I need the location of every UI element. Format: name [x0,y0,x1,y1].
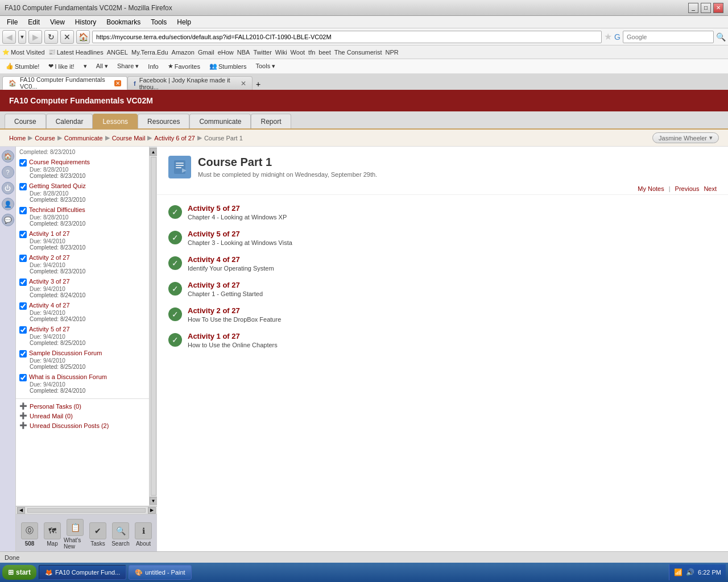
tab-resources[interactable]: Resources [138,114,189,128]
menu-view[interactable]: View [46,17,69,27]
tab-lms[interactable]: 🏠 FA10 Computer Fundamentals VC0... ✕ [2,76,127,90]
toolbar-508[interactable]: ⓪ 508 [18,522,41,547]
bookmark-woot[interactable]: Woot [291,49,305,56]
breadcrumb-course[interactable]: Course [35,135,55,142]
bookmark-ehow[interactable]: eHow [218,49,234,56]
stop-button[interactable]: ✕ [60,30,74,44]
sidebar-link-activity5[interactable]: Activity 5 of 27 [29,326,70,332]
breadcrumb-activity[interactable]: Activity 6 of 27 [154,135,195,142]
previous-link[interactable]: Previous [675,185,700,192]
sidebar-link-discussion[interactable]: Sample Discussion Forum [29,350,102,356]
tab-course[interactable]: Course [5,114,46,128]
taskbar-paint[interactable]: 🎨 untitled - Paint [129,565,191,580]
toolbar-about[interactable]: ℹ About [132,522,155,547]
toolbar-map[interactable]: 🗺 Map [41,522,64,547]
menu-help[interactable]: Help [172,17,196,27]
sidebar-link-activity2[interactable]: Activity 2 of 27 [29,254,70,261]
home-button[interactable]: 🏠 [76,30,90,44]
tab-report[interactable]: Report [251,114,291,128]
item-checkbox[interactable] [19,231,27,238]
personal-tasks-link[interactable]: ➕ Personal Tasks (0) [19,402,146,410]
item-checkbox[interactable] [19,159,27,167]
back-dropdown[interactable]: ▼ [18,30,26,44]
thumbs-dropdown[interactable]: ▾ [80,61,90,71]
tab-communicate[interactable]: Communicate [189,114,251,128]
question-icon[interactable]: ? [2,166,14,178]
new-tab-button[interactable]: + [253,78,264,90]
scroll-up-button[interactable]: ▲ [150,148,158,156]
refresh-button[interactable]: ↻ [44,30,58,44]
tab-lessons[interactable]: Lessons [93,114,138,128]
bookmark-consumerist[interactable]: The Consumerist [334,49,382,56]
sidebar-link-quiz[interactable]: Getting Started Quiz [29,182,86,189]
ilike-button[interactable]: ❤ I like it! [45,61,77,71]
start-button[interactable]: ⊞ start [2,565,36,580]
tab-facebook[interactable]: f Facebook | Jody Knapke made it throu..… [127,76,253,90]
item-checkbox[interactable] [19,255,27,262]
sidebar-link-activity3[interactable]: Activity 3 of 27 [29,278,70,285]
next-link[interactable]: Next [704,185,717,192]
sidebar-link-course-req[interactable]: Course Requirements [29,159,90,165]
unread-mail-link[interactable]: ➕ Unread Mail (0) [19,412,146,419]
forward-button[interactable]: ▶ [28,30,42,44]
chat-icon[interactable]: 💬 [2,214,14,226]
bookmark-beet[interactable]: beet [318,49,330,56]
my-notes-link[interactable]: My Notes [638,185,664,192]
bookmark-star[interactable]: ★ [604,31,612,42]
bookmark-nba[interactable]: NBA [237,49,250,56]
tools-dropdown[interactable]: Tools ▾ [253,61,279,71]
item-checkbox[interactable] [19,302,27,310]
h-scroll-track[interactable] [27,508,146,513]
activity-title[interactable]: Activity 5 of 27 [188,230,292,238]
activity-title[interactable]: Activity 1 of 27 [188,332,278,340]
activity-title[interactable]: Activity 3 of 27 [188,281,263,289]
favorites-button[interactable]: ★ Favorites [164,61,204,71]
item-checkbox[interactable] [19,278,27,286]
bookmark-tfn[interactable]: tfn [308,49,315,56]
menu-bookmarks[interactable]: Bookmarks [102,17,145,27]
toolbar-search[interactable]: 🔍 Search [109,522,132,547]
bookmark-myterra[interactable]: My.Terra.Edu [131,49,168,56]
minimize-button[interactable]: _ [688,3,698,13]
all-dropdown[interactable]: All ▾ [93,61,111,71]
unread-posts-link[interactable]: ➕ Unread Discussion Posts (2) [19,422,146,429]
taskbar-lms[interactable]: 🦊 FA10 Computer Fund... [39,565,126,580]
menu-tools[interactable]: Tools [146,17,171,27]
bookmark-gmail[interactable]: Gmail [198,49,214,56]
back-button[interactable]: ◀ [2,30,16,44]
bookmark-latest[interactable]: 📰 Latest Headlines [48,49,104,56]
activity-title[interactable]: Activity 4 of 27 [188,255,274,264]
bookmark-amazon[interactable]: Amazon [172,49,195,56]
activity-title[interactable]: Activity 5 of 27 [188,204,287,213]
bookmark-npr[interactable]: NPR [386,49,399,56]
bookmark-twitter[interactable]: Twitter [253,49,271,56]
toolbar-tasks[interactable]: ✔ Tasks [86,522,109,547]
stumblers-button[interactable]: 👥 Stumblers [206,61,250,71]
breadcrumb-communicate[interactable]: Communicate [64,135,103,142]
sidebar-link-what-discussion[interactable]: What is a Discussion Forum [29,373,107,380]
home-icon[interactable]: 🏠 [2,150,14,163]
bookmark-wiki[interactable]: Wiki [275,49,287,56]
tab-close-button[interactable]: ✕ [241,80,246,88]
item-checkbox[interactable] [19,207,27,214]
scroll-track[interactable] [151,157,156,496]
search-input[interactable] [623,31,714,43]
menu-history[interactable]: History [71,17,101,27]
scroll-left-button[interactable]: ◀ [17,507,25,514]
sidebar-link-activity4[interactable]: Activity 4 of 27 [29,302,70,309]
item-checkbox[interactable] [19,374,27,381]
tab-close-button[interactable]: ✕ [114,80,121,86]
breadcrumb-coursemail[interactable]: Course Mail [112,135,146,142]
scroll-down-button[interactable]: ▼ [150,497,158,505]
sidebar-link-activity1[interactable]: Activity 1 of 27 [29,230,70,237]
stumble-button[interactable]: 👍 Stumble! [2,61,43,71]
bookmark-most-visited[interactable]: ⭐ Most Visited [2,49,45,56]
share-button[interactable]: Share ▾ [114,61,142,71]
address-bar[interactable] [92,31,602,43]
search-button[interactable]: 🔍 [716,32,726,41]
menu-edit[interactable]: Edit [23,17,44,27]
activity-title[interactable]: Activity 2 of 27 [188,306,281,315]
item-checkbox[interactable] [19,183,27,190]
breadcrumb-home[interactable]: Home [9,135,26,142]
user-profile[interactable]: Jasmine Wheeler ▾ [652,132,719,143]
